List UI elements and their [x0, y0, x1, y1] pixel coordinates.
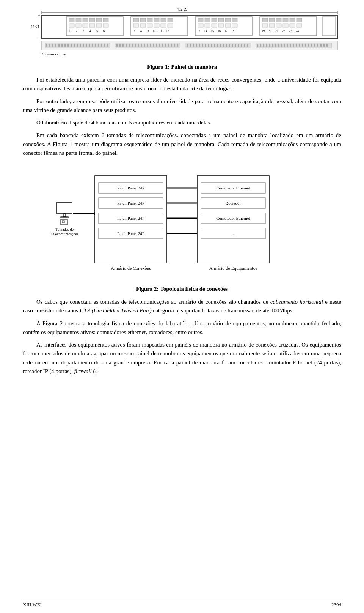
- svg-rect-34: [161, 18, 166, 22]
- svg-rect-168: [296, 44, 297, 47]
- svg-text:Patch Panel 24P: Patch Panel 24P: [117, 186, 144, 190]
- svg-rect-35: [168, 18, 173, 22]
- svg-rect-73: [297, 18, 302, 22]
- svg-rect-127: [165, 44, 166, 47]
- svg-rect-68: [262, 18, 268, 22]
- paragraph4: Em cada bancada existem 6 tomadas de tel…: [23, 131, 341, 158]
- svg-rect-149: [235, 44, 236, 47]
- svg-rect-98: [74, 44, 75, 47]
- svg-rect-141: [211, 44, 212, 47]
- svg-rect-79: [297, 24, 302, 27]
- svg-rect-163: [281, 44, 282, 47]
- svg-rect-93: [58, 44, 60, 47]
- svg-text:Dimensões: mm: Dimensões: mm: [41, 52, 66, 56]
- svg-rect-77: [283, 24, 288, 27]
- svg-text:1: 1: [69, 29, 71, 33]
- svg-text:21: 21: [275, 29, 278, 33]
- svg-rect-122: [150, 44, 151, 47]
- svg-rect-36: [133, 24, 139, 27]
- svg-rect-50: [205, 18, 210, 22]
- figure1-svg: 482,99 44,04 CAT. 5: [23, 7, 341, 60]
- svg-rect-16: [103, 18, 108, 22]
- svg-rect-113: [122, 44, 124, 47]
- svg-rect-55: [198, 24, 203, 27]
- svg-text:23: 23: [289, 29, 292, 33]
- svg-rect-156: [260, 44, 261, 47]
- svg-rect-173: [311, 44, 312, 47]
- svg-rect-92: [55, 44, 56, 47]
- svg-text:19: 19: [262, 29, 265, 33]
- svg-rect-112: [119, 44, 121, 47]
- svg-text:Patch Panel 24P: Patch Panel 24P: [117, 201, 144, 205]
- svg-rect-101: [83, 44, 84, 47]
- svg-rect-59: [225, 24, 231, 27]
- svg-rect-52: [218, 18, 224, 22]
- svg-rect-54: [232, 18, 237, 22]
- svg-rect-131: [177, 44, 178, 47]
- svg-rect-111: [116, 44, 118, 47]
- body-text-section1: Foi estabelecida uma parceria com uma em…: [23, 76, 341, 158]
- svg-rect-49: [198, 18, 203, 22]
- svg-text:20: 20: [268, 29, 271, 33]
- svg-rect-125: [159, 44, 160, 47]
- svg-rect-142: [214, 44, 215, 47]
- svg-rect-152: [244, 44, 245, 47]
- svg-rect-169: [299, 44, 300, 47]
- svg-text:4: 4: [89, 29, 91, 33]
- svg-rect-174: [314, 44, 315, 47]
- svg-rect-51: [212, 18, 217, 22]
- svg-rect-128: [168, 44, 169, 47]
- svg-rect-155: [257, 44, 258, 47]
- svg-rect-151: [241, 44, 242, 47]
- svg-text:Armário de Conexões: Armário de Conexões: [111, 266, 151, 271]
- svg-rect-90: [49, 44, 50, 47]
- figure1-caption: Figura 1: Painel de manobra: [23, 64, 341, 70]
- svg-rect-108: [104, 44, 105, 47]
- svg-rect-37: [140, 24, 146, 27]
- svg-rect-165: [287, 44, 288, 47]
- svg-text:18: 18: [231, 29, 234, 33]
- svg-rect-95: [64, 44, 66, 47]
- svg-rect-137: [199, 44, 200, 47]
- figure2-wrapper: Tomadas de Telecomunicações Patch Panel …: [23, 164, 341, 282]
- svg-rect-76: [276, 24, 281, 27]
- svg-rect-103: [89, 44, 90, 47]
- svg-rect-102: [86, 44, 87, 47]
- svg-rect-176: [320, 44, 322, 47]
- svg-rect-145: [223, 44, 224, 47]
- svg-rect-123: [153, 44, 154, 47]
- svg-rect-136: [196, 44, 197, 47]
- svg-rect-157: [263, 44, 264, 47]
- svg-rect-170: [302, 44, 303, 47]
- svg-rect-184: [62, 221, 64, 223]
- svg-text:Patch Panel 24P: Patch Panel 24P: [117, 216, 144, 221]
- svg-rect-39: [154, 24, 159, 27]
- svg-rect-104: [92, 44, 93, 47]
- svg-rect-109: [107, 44, 108, 47]
- figure1-container: 482,99 44,04 CAT. 5: [23, 7, 341, 60]
- svg-rect-99: [77, 44, 78, 47]
- svg-text:9: 9: [147, 29, 149, 33]
- svg-rect-167: [293, 44, 294, 47]
- svg-rect-159: [269, 44, 270, 47]
- footer-right: 2304: [331, 602, 341, 608]
- paragraph5: Os cabos que conectam as tomadas de tele…: [23, 298, 341, 315]
- svg-rect-60: [232, 24, 237, 27]
- svg-rect-133: [187, 44, 188, 47]
- svg-rect-75: [269, 24, 275, 27]
- svg-rect-150: [238, 44, 239, 47]
- svg-rect-58: [218, 24, 224, 27]
- svg-rect-147: [229, 44, 230, 47]
- svg-text:11: 11: [159, 29, 162, 33]
- svg-rect-22: [103, 24, 108, 27]
- svg-rect-117: [135, 44, 136, 47]
- svg-text:22: 22: [282, 29, 285, 33]
- svg-rect-38: [147, 24, 152, 27]
- page-footer: XIII WEI 2304: [23, 600, 341, 608]
- svg-rect-41: [168, 24, 173, 27]
- svg-text:Telecomunicações: Telecomunicações: [50, 232, 78, 236]
- page: 482,99 44,04 CAT. 5: [0, 0, 364, 613]
- svg-rect-119: [141, 44, 142, 47]
- svg-rect-130: [174, 44, 175, 47]
- svg-rect-12: [76, 18, 81, 22]
